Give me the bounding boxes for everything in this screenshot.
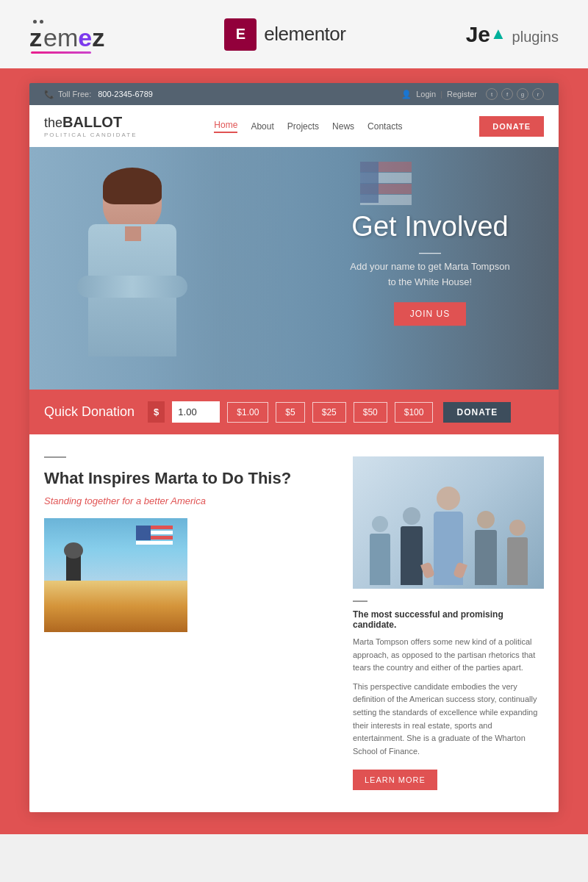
elementor-icon: E xyxy=(224,18,257,51)
hero-person-silhouette xyxy=(51,162,220,390)
brand-bar: z em e z E elementor Je▲ plugins xyxy=(0,0,588,68)
nav-projects[interactable]: Projects xyxy=(287,121,319,132)
donation-amount-input[interactable] xyxy=(172,401,220,423)
logo-the: the xyxy=(44,115,62,130)
phone-icon: 📞 xyxy=(44,90,54,99)
nav-about[interactable]: About xyxy=(251,121,273,132)
site-logo: theBALLOT POLITICAL CANDIDATE xyxy=(44,114,137,138)
hero-content: Get Involved Add your name to get Marta … xyxy=(345,211,514,326)
zemes-end: z xyxy=(92,25,104,50)
elementor-text: elementor xyxy=(264,23,345,46)
jet-text: Je xyxy=(466,22,490,46)
nav-links: Home About Projects News Contacts xyxy=(214,120,402,133)
nav-contacts[interactable]: Contacts xyxy=(368,121,402,132)
donation-preset-1[interactable]: $1.00 xyxy=(227,402,268,423)
nav-bar: theBALLOT POLITICAL CANDIDATE Home About… xyxy=(29,105,559,147)
nav-news[interactable]: News xyxy=(332,121,354,132)
quick-donation-bar: Quick Donation $ $1.00 $5 $25 $50 $100 D… xyxy=(29,390,559,434)
toll-free-label: Toll Free: xyxy=(58,90,91,98)
zemes-logo: z em e z xyxy=(29,15,104,54)
donation-preset-25[interactable]: $25 xyxy=(312,402,346,423)
register-link[interactable]: Register xyxy=(447,90,477,99)
donation-donate-button[interactable]: DONATE xyxy=(443,402,511,423)
donation-preset-50[interactable]: $50 xyxy=(354,402,387,423)
content-grid: What Inspires Marta to Do This? Standing… xyxy=(44,456,544,790)
group-photo xyxy=(353,456,544,589)
site-preview: 📞 Toll Free: 800-2345-6789 👤 Login | Reg… xyxy=(29,83,559,812)
jet-plugins-logo: Je▲ plugins xyxy=(466,22,559,47)
top-bar-left: 📞 Toll Free: 800-2345-6789 xyxy=(44,90,153,99)
content-left: What Inspires Marta to Do This? Standing… xyxy=(44,456,338,790)
zemes-z2: e xyxy=(78,25,92,50)
text-divider xyxy=(353,600,368,602)
hero-join-button[interactable]: JOIN US xyxy=(394,302,466,326)
facebook-icon[interactable]: f xyxy=(501,88,513,100)
donation-preset-5[interactable]: $5 xyxy=(276,402,304,423)
top-bar-right: 👤 Login | Register t f g r xyxy=(401,88,544,100)
section-divider xyxy=(44,456,66,458)
hero-subtitle: Add your name to get Marta Tompson to th… xyxy=(345,259,514,290)
jet-arrow-icon: ▲ xyxy=(490,24,506,43)
zemes-z1: z xyxy=(29,25,42,50)
google-icon[interactable]: g xyxy=(517,88,528,100)
logo-subtitle: POLITICAL CANDIDATE xyxy=(44,132,137,138)
nav-donate-button[interactable]: DONATE xyxy=(479,116,544,137)
top-bar: 📞 Toll Free: 800-2345-6789 👤 Login | Reg… xyxy=(29,83,559,105)
donation-preset-100[interactable]: $100 xyxy=(395,402,434,423)
content-section: What Inspires Marta to Do This? Standing… xyxy=(29,434,559,812)
elementor-logo: E elementor xyxy=(224,18,345,51)
twitter-icon[interactable]: t xyxy=(486,88,498,100)
rss-icon[interactable]: r xyxy=(532,88,544,100)
hero-divider xyxy=(345,253,514,254)
text-block: The most successful and promising candid… xyxy=(353,600,544,790)
donation-currency-symbol: $ xyxy=(148,401,165,423)
text-paragraph-2: This perspective candidate embodies the … xyxy=(353,681,544,759)
section-italic: Standing together for a better America xyxy=(44,495,331,506)
section-title: What Inspires Marta to Do This? xyxy=(44,468,331,490)
learn-more-button[interactable]: LEARN MORE xyxy=(353,770,437,790)
hero-title: Get Involved xyxy=(345,211,514,243)
social-links[interactable]: t f g r xyxy=(486,88,544,100)
hero-section: Get Involved Add your name to get Marta … xyxy=(29,147,559,390)
user-icon: 👤 xyxy=(401,90,412,99)
login-link[interactable]: Login xyxy=(416,90,436,99)
auth-links[interactable]: 👤 Login | Register xyxy=(401,90,477,99)
zemes-em: em xyxy=(43,25,78,50)
text-paragraph-1: Marta Tompson offers some new kind of a … xyxy=(353,636,544,675)
phone-number: 800-2345-6789 xyxy=(98,90,153,98)
content-right: The most successful and promising candid… xyxy=(353,456,544,790)
zemes-underline xyxy=(31,51,91,54)
text-bold: The most successful and promising candid… xyxy=(353,609,544,630)
nav-home[interactable]: Home xyxy=(214,120,237,133)
quick-donation-label: Quick Donation xyxy=(44,404,135,420)
logo-ballot: BALLOT xyxy=(62,114,122,130)
outer-background: 📞 Toll Free: 800-2345-6789 👤 Login | Reg… xyxy=(0,68,588,834)
flag-photo xyxy=(44,518,187,632)
jet-plugins-text: plugins xyxy=(512,29,559,45)
